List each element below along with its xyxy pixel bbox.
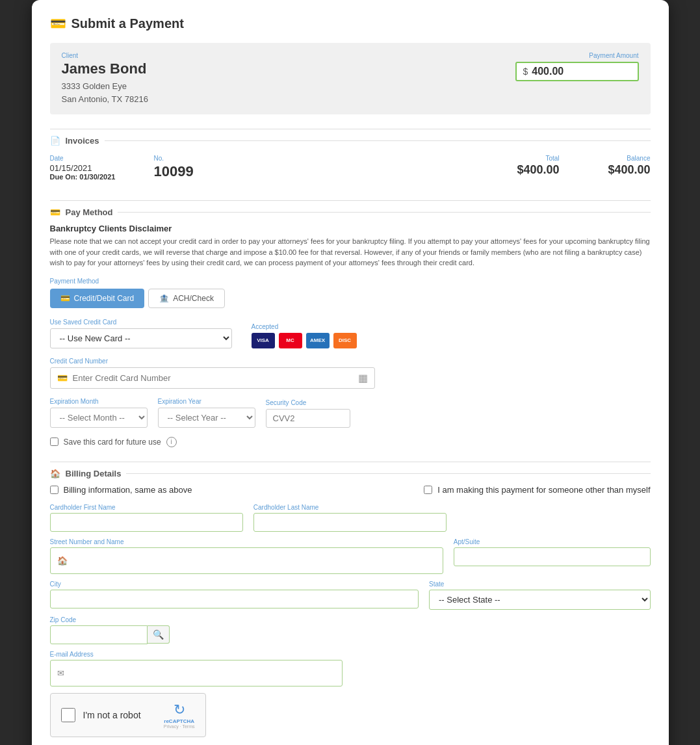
discover-icon: DISC (333, 333, 357, 348)
first-name-input[interactable] (50, 513, 243, 532)
email-icon: ✉ (57, 668, 64, 678)
expiry-year-label: Expiration Year (158, 398, 255, 405)
billing-same-row: Billing information, same as above I am … (50, 485, 651, 495)
payment-amount-block: Payment Amount $ (515, 52, 639, 81)
client-name: James Bond (62, 60, 148, 77)
client-address-line2: San Antonio, TX 78216 (62, 93, 148, 106)
security-label: Security Code (266, 399, 350, 406)
state-field: State -- Select State -- (429, 581, 651, 610)
client-address-line1: 3333 Golden Eye (62, 80, 148, 93)
payment-method-buttons: 💳 Credit/Debit Card 🏦 ACH/Check (50, 289, 651, 308)
save-card-row: Save this card for future use i (50, 437, 651, 447)
state-select[interactable]: -- Select State -- (429, 590, 651, 610)
street-wrapper: 🏠 (50, 547, 443, 574)
page-title: 💳 Submit a Payment (50, 16, 651, 31)
mastercard-icon: MC (279, 333, 302, 348)
zip-row: Zip Code 🔍 (50, 616, 651, 644)
pay-method-icon: 💳 (50, 207, 60, 217)
expiry-month-label: Expiration Month (50, 398, 148, 405)
pay-method-header: 💳 Pay Method (50, 200, 651, 217)
bank-icon: 🏦 (159, 294, 169, 303)
payment-amount-label: Payment Amount (589, 52, 638, 59)
accepted-label: Accepted (252, 323, 357, 330)
home-icon: 🏠 (50, 469, 60, 478)
credit-debit-btn[interactable]: 💳 Credit/Debit Card (50, 289, 145, 308)
saved-card-label: Use Saved Credit Card (50, 319, 232, 326)
apt-field: Apt/Suite (454, 538, 651, 574)
save-card-checkbox[interactable] (50, 438, 58, 446)
expiry-security-row: Expiration Month -- Select Month -- Expi… (50, 398, 651, 428)
recaptcha-label: I'm not a robot (83, 710, 156, 720)
street-input[interactable] (71, 552, 436, 569)
save-card-label: Save this card for future use (64, 438, 161, 447)
expiry-month-select[interactable]: -- Select Month -- (50, 408, 148, 428)
billing-section: 🏠 Billing Details Billing information, s… (50, 462, 651, 737)
amex-icon: AMEX (306, 333, 330, 348)
expiry-month-block: Expiration Month -- Select Month -- (50, 398, 148, 428)
invoice-date-col: Date 01/15/2021 Due On: 01/30/2021 (50, 155, 154, 181)
dollar-sign: $ (523, 66, 528, 77)
email-row: E-mail Address ✉ (50, 651, 651, 686)
recaptcha-sublabel: reCAPTCHA (164, 718, 194, 724)
accepted-block: Accepted VISA MC AMEX DISC (252, 323, 357, 348)
zip-search-btn[interactable]: 🔍 (148, 625, 170, 644)
recaptcha-logo: ↻ (174, 701, 185, 718)
card-icons: VISA MC AMEX DISC (252, 333, 357, 348)
cc-number-input[interactable] (73, 373, 358, 383)
email-field: E-mail Address ✉ (50, 651, 343, 686)
last-name-input[interactable] (253, 513, 447, 532)
invoices-section: 📄 Invoices Date 01/15/2021 Due On: 01/30… (50, 129, 651, 186)
recaptcha-icon-block: ↻ reCAPTCHA Privacy · Terms (164, 701, 195, 729)
info-icon[interactable]: i (166, 437, 177, 447)
invoice-total-col: Total $400.00 (469, 155, 560, 177)
saved-card-select[interactable]: -- Use New Card -- (50, 328, 232, 348)
email-input[interactable] (68, 664, 335, 682)
cc-number-label: Credit Card Number (50, 358, 651, 365)
other-person-checkbox[interactable] (424, 486, 432, 494)
visa-icon: VISA (252, 333, 275, 348)
billing-other-payment: I am making this payment for someone oth… (424, 485, 650, 495)
payment-method-label: Payment Method (50, 278, 651, 285)
saved-card-row: Use Saved Credit Card -- Use New Card --… (50, 319, 651, 348)
home-small-icon: 🏠 (57, 556, 68, 566)
invoices-section-header: 📄 Invoices (50, 129, 651, 146)
first-name-field: Cardholder First Name (50, 504, 243, 532)
disclaimer-box: Bankruptcy Clients Disclaimer Please not… (50, 224, 651, 268)
payment-amount-wrapper: $ (515, 62, 639, 81)
billing-same-label: Billing information, same as above (64, 485, 192, 495)
client-section: Client James Bond 3333 Golden Eye San An… (50, 43, 651, 114)
cc-number-row: Credit Card Number 💳 ▦ (50, 358, 651, 389)
name-row: Cardholder First Name Cardholder Last Na… (50, 504, 651, 532)
billing-same-left: Billing information, same as above (50, 485, 192, 495)
zip-input[interactable] (50, 625, 148, 644)
invoice-no-col: No. 10099 (154, 155, 469, 180)
invoice-row: Date 01/15/2021 Due On: 01/30/2021 No. 1… (50, 152, 651, 186)
expiry-year-select[interactable]: -- Select Year -- (158, 408, 255, 428)
zip-wrapper: 🔍 (50, 625, 180, 644)
security-code-input[interactable] (266, 409, 350, 428)
cc-number-wrapper: 💳 ▦ (50, 367, 375, 389)
invoices-icon: 📄 (50, 136, 60, 146)
billing-same-checkbox[interactable] (50, 486, 58, 494)
security-block: Security Code (266, 399, 350, 428)
client-label: Client (62, 52, 148, 59)
payment-amount-input[interactable] (532, 66, 623, 77)
pay-method-section: 💳 Pay Method Bankruptcy Clients Disclaim… (50, 200, 651, 447)
billing-section-header: 🏠 Billing Details (50, 462, 651, 478)
ach-check-btn[interactable]: 🏦 ACH/Check (148, 289, 225, 308)
city-state-row: City State -- Select State -- (50, 581, 651, 610)
invoice-balance-col: Balance $400.00 (560, 155, 651, 177)
credit-icon: 💳 (60, 294, 70, 303)
saved-card-block: Use Saved Credit Card -- Use New Card -- (50, 319, 232, 348)
card-small-icon: 💳 (57, 373, 68, 383)
city-input[interactable] (50, 590, 419, 608)
apt-input[interactable] (454, 547, 651, 566)
expiry-year-block: Expiration Year -- Select Year -- (158, 398, 255, 428)
recaptcha-checkbox[interactable] (61, 708, 75, 722)
last-name-field: Cardholder Last Name (253, 504, 447, 532)
client-info: Client James Bond 3333 Golden Eye San An… (62, 52, 148, 105)
other-person-label: I am making this payment for someone oth… (437, 485, 650, 495)
credit-card-icon: 💳 (50, 16, 66, 31)
zip-field: Zip Code 🔍 (50, 616, 180, 644)
city-field: City (50, 581, 419, 610)
